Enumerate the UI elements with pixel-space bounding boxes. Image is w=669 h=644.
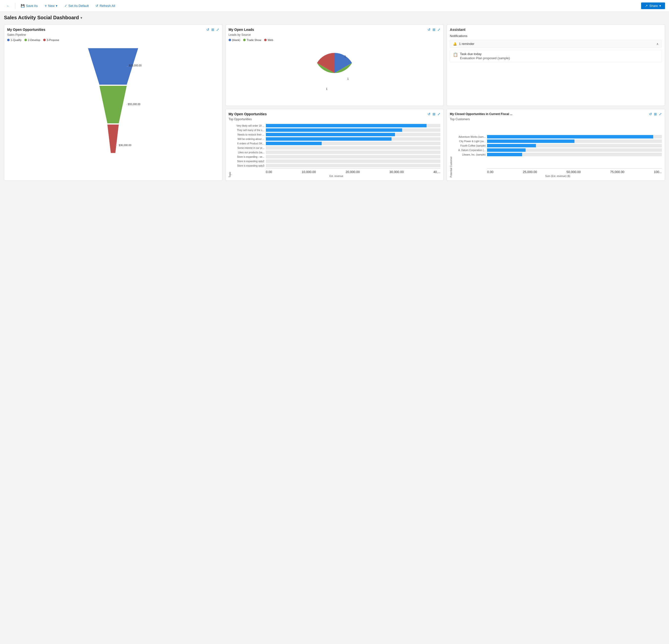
- pie-label-1: 1: [345, 55, 346, 58]
- top-opp-refresh-icon[interactable]: ↺: [428, 112, 430, 116]
- closed-opp-chart-area: Potential Customer Adventure Works (sam.…: [450, 123, 662, 177]
- save-as-icon: 💾: [21, 4, 25, 8]
- closed-x-tick-4: 100...: [654, 170, 662, 174]
- x-tick-0: 0.00: [266, 170, 272, 174]
- top-opp-y-axis-label: Topic: [229, 123, 231, 177]
- closed-x-tick-3: 75,000.00: [610, 170, 625, 174]
- opp-view-icon[interactable]: ⊞: [211, 28, 214, 32]
- closed-bar-row-5: Litware, Inc. (sample): [454, 153, 662, 156]
- open-opp-legend: 1-Qualify 2-Develop 3-Propose: [7, 39, 219, 42]
- legend-tradeshow-dot: [243, 39, 246, 41]
- legend-blank: (blank): [229, 39, 240, 42]
- open-leads-header: My Open Leads ↺ ⊞ ⤢: [229, 28, 441, 32]
- closed-bar-fill-1: [487, 135, 653, 139]
- new-icon: +: [45, 4, 47, 8]
- x-tick-2: 20,000.00: [346, 170, 360, 174]
- legend-tradeshow-label: Trade Show: [247, 39, 261, 42]
- closed-opp-axis-line: [487, 168, 662, 169]
- open-opp-icons: ↺ ⊞ ⤢: [207, 28, 219, 32]
- closed-opp-view-icon[interactable]: ⊞: [654, 112, 657, 116]
- task-icon: 📋: [453, 52, 458, 57]
- task-text: Task due today Evaluation Plan proposed …: [460, 52, 510, 60]
- legend-tradeshow: Trade Show: [243, 39, 261, 42]
- share-button[interactable]: ↗ Share ▾: [641, 2, 665, 9]
- leads-view-icon[interactable]: ⊞: [432, 28, 436, 32]
- top-opp-subtitle: Top Opportunities: [229, 117, 441, 121]
- closed-opp-bar-chart: Adventure Works (sam... City Power & Lig…: [454, 123, 662, 167]
- opp-expand-icon[interactable]: ⤢: [216, 28, 219, 32]
- top-opp-view-icon[interactable]: ⊞: [432, 112, 436, 116]
- reminder-bar[interactable]: 🔔 1 reminder ∧: [450, 40, 662, 48]
- closed-opp-bars-section: Adventure Works (sam... City Power & Lig…: [454, 123, 662, 177]
- closed-opp-title: My Closed Opportunities in Current Fisca…: [450, 112, 512, 116]
- page-title-chevron-icon[interactable]: ▾: [81, 16, 82, 20]
- bar-fill-5: [266, 142, 322, 145]
- opp-refresh-icon[interactable]: ↺: [207, 28, 209, 32]
- x-tick-4: 40,...: [433, 170, 440, 174]
- funnel-label-develop: $55,000.00: [128, 103, 141, 106]
- leads-expand-icon[interactable]: ⤢: [438, 28, 440, 32]
- top-opp-x-axis-label: Est. revenue: [232, 175, 441, 177]
- top-opp-axis-line: [266, 168, 441, 169]
- closed-x-tick-1: 25,000.00: [523, 170, 537, 174]
- open-opportunities-card: My Open Opportunities ↺ ⊞ ⤢ Sales Pipeli…: [4, 25, 223, 181]
- closed-bar-fill-2: [487, 140, 574, 143]
- set-default-icon: ✓: [65, 4, 67, 8]
- bar-row-2: They sell many of the s...: [232, 128, 441, 132]
- notifications-title: Notifications: [450, 34, 662, 38]
- reminder-bar-left: 🔔 1 reminder: [453, 42, 474, 46]
- legend-develop-label: 2-Develop: [28, 39, 40, 42]
- refresh-all-button[interactable]: ↺ Refresh All: [93, 3, 117, 9]
- funnel-segment-develop[interactable]: [99, 86, 127, 124]
- top-opp-chart-area: Topic Very likely will order 18 ... They…: [229, 123, 441, 177]
- pie-label-2: 1: [347, 77, 348, 80]
- closed-opportunities-card: My Closed Opportunities in Current Fisca…: [446, 109, 665, 181]
- legend-propose-label: 3-Propose: [47, 39, 59, 42]
- closed-opp-expand-icon[interactable]: ⤢: [659, 112, 662, 116]
- closed-opp-refresh-icon[interactable]: ↺: [649, 112, 652, 116]
- funnel-label-qualify: $25,000.00: [129, 64, 142, 67]
- set-default-label: Set As Default: [68, 4, 89, 8]
- bar-row-9: Store is expanding opty2: [232, 159, 441, 163]
- closed-bar-row-3: Fourth Coffee (sample): [454, 144, 662, 147]
- leads-refresh-icon[interactable]: ↺: [428, 28, 430, 32]
- funnel-label-propose: $36,000.00: [119, 144, 131, 147]
- funnel-segment-propose[interactable]: [108, 125, 119, 153]
- bar-row-4: Will be ordering about ...: [232, 137, 441, 141]
- top-opp-expand-icon[interactable]: ⤢: [438, 112, 440, 116]
- legend-propose: 3-Propose: [43, 39, 59, 42]
- save-as-button[interactable]: 💾 Save As: [18, 3, 40, 9]
- reminder-label: 1 reminder: [459, 42, 474, 46]
- pie-label-3: 1: [326, 87, 327, 90]
- pie-svg: 1 1 1: [310, 48, 359, 98]
- legend-web-label: Web: [268, 39, 273, 42]
- legend-develop-dot: [25, 39, 27, 41]
- set-default-button[interactable]: ✓ Set As Default: [62, 3, 91, 9]
- bar-fill-2: [266, 128, 402, 132]
- bar-row-8: Store is expanding - se...: [232, 155, 441, 158]
- legend-qualify-label: 1-Qualify: [11, 39, 22, 42]
- closed-bar-fill-4: [487, 148, 526, 152]
- closed-x-tick-2: 50,000.00: [567, 170, 581, 174]
- toolbar: ← 💾 Save As + New ▾ ✓ Set As Default ↺ R…: [0, 0, 669, 12]
- legend-qualify: 1-Qualify: [7, 39, 22, 42]
- new-button[interactable]: + New ▾: [42, 2, 60, 9]
- bell-icon: 🔔: [453, 42, 457, 46]
- closed-opp-subtitle: Top Customers: [450, 117, 662, 121]
- share-chevron-icon: ▾: [659, 4, 661, 8]
- back-button[interactable]: ←: [4, 3, 12, 9]
- page-title: Sales Activity Social Dashboard: [4, 15, 79, 20]
- funnel-svg: $25,000.00 $55,000.00 $36,000.00: [83, 46, 143, 164]
- top-opp-header: My Open Opportunities ↺ ⊞ ⤢: [229, 112, 441, 116]
- top-opp-icons: ↺ ⊞ ⤢: [428, 112, 440, 116]
- closed-x-tick-0: 0.00: [487, 170, 493, 174]
- bar-row-7: Likes our products (sa...: [232, 151, 441, 154]
- bar-row-5: 6 orders of Product SK...: [232, 142, 441, 145]
- toolbar-separator-1: [15, 3, 15, 9]
- legend-blank-dot: [229, 39, 231, 41]
- share-label: Share: [649, 4, 658, 8]
- refresh-all-label: Refresh All: [99, 4, 115, 8]
- closed-opp-y-axis-label: Potential Customer: [450, 123, 453, 177]
- save-as-label: Save As: [26, 4, 38, 8]
- task-secondary: Evaluation Plan proposed (sample): [460, 56, 510, 60]
